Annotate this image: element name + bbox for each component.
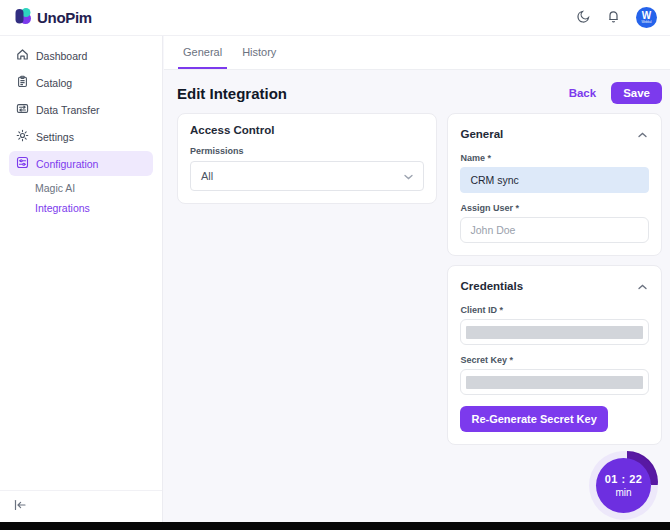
timer-time: 01 : 22 bbox=[605, 473, 643, 485]
collapse-left-icon bbox=[13, 499, 27, 514]
sidebar-item-label: Data Transfer bbox=[36, 104, 100, 116]
save-button[interactable]: Save bbox=[611, 82, 662, 104]
sidebar-subitem-integrations[interactable]: Integrations bbox=[9, 198, 153, 218]
bottom-black-bar bbox=[0, 522, 670, 530]
sidebar-item-configuration[interactable]: Configuration bbox=[9, 151, 153, 176]
secret-key-label: Secret Key * bbox=[460, 355, 649, 365]
access-control-title: Access Control bbox=[190, 124, 274, 136]
content-columns: Access Control Permissions All bbox=[177, 113, 662, 445]
sidebar-collapse-button[interactable] bbox=[13, 499, 27, 514]
sidebar-item-data-transfer[interactable]: Data Transfer bbox=[9, 97, 153, 122]
client-id-label: Client ID * bbox=[460, 305, 649, 315]
credentials-card-header: Credentials bbox=[460, 276, 649, 295]
sidebar: Dashboard Catalog bbox=[0, 36, 163, 522]
app-window: UnoPim W Webkul bbox=[0, 0, 670, 530]
clipboard-icon bbox=[16, 75, 29, 90]
page-actions: Back Save bbox=[569, 82, 662, 104]
general-card: General Name * CRM sync Assi bbox=[447, 113, 662, 256]
unopim-logo[interactable]: UnoPim bbox=[13, 6, 92, 30]
sliders-icon bbox=[16, 156, 29, 171]
sidebar-item-dashboard[interactable]: Dashboard bbox=[9, 43, 153, 68]
notifications-button[interactable] bbox=[606, 9, 621, 27]
page-header: Edit Integration Back Save bbox=[177, 81, 662, 105]
chevron-up-icon bbox=[638, 278, 647, 293]
general-card-header: General bbox=[460, 124, 649, 143]
caret-down-icon bbox=[404, 170, 413, 182]
permissions-select[interactable]: All bbox=[190, 161, 424, 191]
top-bar: UnoPim W Webkul bbox=[0, 0, 670, 36]
dark-mode-toggle[interactable] bbox=[576, 9, 591, 27]
permissions-selected-value: All bbox=[201, 170, 213, 182]
credentials-card-title: Credentials bbox=[460, 280, 523, 292]
assign-user-input[interactable]: John Doe bbox=[460, 217, 649, 243]
chevron-up-icon bbox=[638, 126, 647, 141]
moon-icon bbox=[576, 9, 591, 27]
sidebar-item-label: Configuration bbox=[36, 158, 98, 170]
timer-circle: 01 : 22 min bbox=[596, 458, 651, 513]
home-icon bbox=[16, 48, 29, 63]
assign-user-label: Assign User * bbox=[460, 203, 649, 213]
main-area: General History Edit Integration Back Sa… bbox=[164, 36, 670, 522]
tab-history[interactable]: History bbox=[237, 36, 281, 69]
transfer-icon bbox=[16, 102, 29, 117]
sidebar-footer bbox=[0, 490, 162, 522]
back-button[interactable]: Back bbox=[569, 87, 597, 99]
sidebar-item-label: Settings bbox=[36, 131, 74, 143]
right-column: General Name * CRM sync Assi bbox=[447, 113, 662, 445]
permissions-label: Permissions bbox=[190, 146, 424, 156]
logo-text: UnoPim bbox=[37, 9, 92, 26]
sidebar-item-catalog[interactable]: Catalog bbox=[9, 70, 153, 95]
client-id-input[interactable] bbox=[460, 319, 649, 345]
page-title: Edit Integration bbox=[177, 85, 287, 102]
avatar-sub-text: Webkul bbox=[642, 21, 652, 24]
general-card-title: General bbox=[460, 128, 503, 140]
sidebar-subitem-magic-ai[interactable]: Magic AI bbox=[9, 178, 153, 198]
tab-bar: General History bbox=[164, 36, 670, 70]
avatar-letter: W bbox=[642, 11, 651, 21]
sidebar-nav: Dashboard Catalog bbox=[0, 36, 162, 490]
sidebar-item-label: Dashboard bbox=[36, 50, 87, 62]
secret-key-redacted-value bbox=[466, 376, 643, 389]
general-collapse-button[interactable] bbox=[636, 124, 649, 143]
access-control-card: Access Control Permissions All bbox=[177, 113, 437, 204]
session-timer-widget[interactable]: 01 : 22 min bbox=[596, 451, 658, 513]
client-id-redacted-value bbox=[466, 326, 643, 339]
unopim-logo-icon bbox=[13, 6, 33, 30]
sidebar-item-label: Catalog bbox=[36, 77, 72, 89]
top-bar-actions: W Webkul bbox=[576, 7, 657, 28]
name-label: Name * bbox=[460, 153, 649, 163]
user-avatar[interactable]: W Webkul bbox=[636, 7, 657, 28]
timer-unit: min bbox=[615, 487, 631, 498]
tab-general[interactable]: General bbox=[178, 36, 227, 69]
regenerate-secret-key-button[interactable]: Re-Generate Secret Key bbox=[460, 406, 607, 432]
secret-key-input[interactable] bbox=[460, 369, 649, 395]
credentials-collapse-button[interactable] bbox=[636, 276, 649, 295]
name-input[interactable]: CRM sync bbox=[460, 167, 649, 193]
bell-icon bbox=[606, 9, 621, 27]
page-content: Edit Integration Back Save Access Contro… bbox=[164, 70, 670, 445]
access-control-header: Access Control bbox=[190, 124, 424, 136]
credentials-card: Credentials Client ID * bbox=[447, 265, 662, 445]
left-column: Access Control Permissions All bbox=[177, 113, 437, 204]
gear-icon bbox=[16, 129, 29, 144]
sidebar-item-settings[interactable]: Settings bbox=[9, 124, 153, 149]
